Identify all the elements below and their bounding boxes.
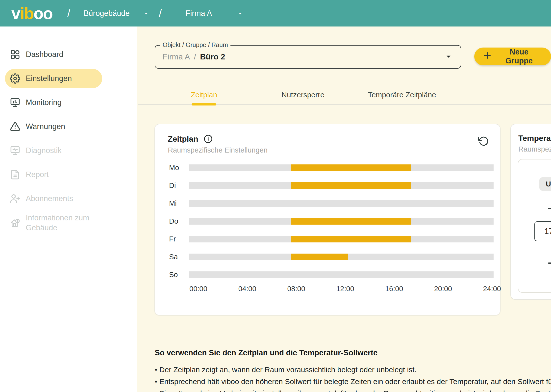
house-info-icon	[10, 218, 20, 228]
top-header: viboo / Bürogebäude / Firma A	[0, 0, 551, 26]
gear-icon	[10, 73, 20, 84]
sidebar: Dashboard Einstellungen Monitoring Warnu…	[0, 26, 137, 392]
day-label: So	[169, 271, 189, 279]
tab-temporaere-zeitplaene[interactable]: Temporäre Zeitpläne	[352, 85, 451, 104]
new-group-button[interactable]: Neue Gruppe	[474, 48, 551, 65]
selected-room: Büro 2	[200, 52, 225, 61]
axis-tick: 04:00	[238, 285, 256, 293]
schedule-row: Do	[169, 218, 494, 225]
help-bullet: • Entsprechend hält viboo den höheren So…	[155, 377, 551, 386]
schedule-row: Di	[169, 182, 494, 189]
breadcrumb-separator: /	[67, 7, 70, 19]
selector-value-separator: /	[194, 52, 196, 61]
schedule-card-subtitle: Raumspezifische Einstellungen	[168, 146, 268, 154]
occupancy-mode-chip[interactable]: Unb	[539, 177, 551, 191]
schedule-bar[interactable]	[189, 236, 494, 242]
schedule-bar[interactable]	[189, 200, 494, 207]
chevron-down-icon	[236, 9, 245, 18]
day-label: Fr	[169, 235, 189, 243]
logo-part-1: v	[11, 4, 20, 23]
logo-part-3: oo	[33, 4, 52, 23]
axis-tick: 00:00	[189, 285, 207, 293]
help-bullet: • Der Zeitplan zeigt an, wann der Raum v…	[155, 365, 551, 374]
sidebar-item-abonnements[interactable]: Abonnements	[5, 189, 102, 208]
schedule-rows: MoDiMiDoFrSaSo	[169, 164, 494, 289]
axis-tick: 12:00	[336, 285, 354, 293]
content-divider	[154, 335, 551, 335]
schedule-bar[interactable]	[189, 218, 494, 225]
tab-nutzersperre[interactable]: Nutzersperre	[253, 85, 352, 104]
sidebar-item-label: Abonnements	[26, 194, 73, 204]
tab-zeitplan[interactable]: Zeitplan	[154, 85, 253, 104]
room-selector-value: Firma A / Büro 2	[163, 52, 225, 61]
monitor-chart-icon	[10, 97, 20, 108]
warning-triangle-icon	[10, 121, 20, 132]
temperature-input[interactable]: 17	[534, 221, 551, 241]
axis-tick: 08:00	[287, 285, 305, 293]
occupied-segment	[291, 164, 411, 171]
room-selector-label: Objekt / Gruppe / Raum	[160, 41, 230, 49]
sidebar-item-label: Einstellungen	[26, 74, 72, 83]
tab-label: Temporäre Zeitpläne	[368, 91, 436, 99]
room-selector[interactable]: Objekt / Gruppe / Raum Firma A / Büro 2	[155, 45, 461, 69]
schedule-row: Mo	[169, 164, 494, 171]
schedule-bar[interactable]	[189, 164, 494, 171]
occupied-segment	[291, 182, 411, 189]
chevron-down-icon	[142, 9, 150, 18]
axis-tick: 20:00	[434, 285, 452, 293]
sidebar-item-label: Warnungen	[26, 122, 65, 131]
sidebar-item-informationen-zum-gebaeude[interactable]: Informationen zum Gebäude	[5, 213, 102, 233]
occupied-segment	[291, 218, 411, 225]
axis-tick: 24:00	[483, 285, 501, 293]
viboo-logo[interactable]: viboo	[11, 4, 52, 23]
help-section: So verwenden Sie den Zeitplan und die Te…	[155, 348, 551, 392]
new-group-button-label: Neue Gruppe	[496, 48, 542, 65]
info-icon[interactable]	[204, 134, 213, 144]
day-label: Do	[169, 217, 189, 225]
user-plus-icon	[10, 193, 20, 204]
schedule-row: Mi	[169, 200, 494, 207]
schedule-bar[interactable]	[189, 254, 494, 260]
breadcrumb-separator: /	[159, 7, 162, 19]
sidebar-nav: Dashboard Einstellungen Monitoring Warnu…	[0, 26, 137, 235]
minus-icon[interactable]	[548, 208, 551, 209]
occupied-segment	[291, 236, 411, 242]
schedule-bar[interactable]	[189, 271, 494, 278]
breadcrumb-building[interactable]: Bürogebäude	[84, 9, 150, 18]
breadcrumb-company-label: Firma A	[186, 9, 212, 18]
breadcrumb-building-label: Bürogebäude	[84, 9, 130, 18]
schedule-bar[interactable]	[189, 182, 494, 189]
breadcrumb-company[interactable]: Firma A	[186, 9, 245, 18]
tab-bar: Zeitplan Nutzersperre Temporäre Zeitplän…	[138, 85, 551, 105]
sidebar-item-dashboard[interactable]: Dashboard	[5, 45, 102, 64]
selected-group: Firma A	[163, 52, 190, 61]
document-icon	[10, 169, 20, 180]
sidebar-item-report[interactable]: Report	[5, 165, 102, 184]
main-content: Objekt / Gruppe / Raum Firma A / Büro 2 …	[138, 26, 551, 392]
sidebar-item-label: Dashboard	[26, 50, 63, 59]
app-root: viboo / Bürogebäude / Firma A Dashboard	[0, 0, 551, 392]
schedule-axis: 00:0004:0008:0012:0016:0020:0024:00	[189, 285, 501, 293]
sidebar-item-warnungen[interactable]: Warnungen	[5, 117, 102, 136]
schedule-card-header: Zeitplan	[168, 134, 213, 144]
plus-icon	[483, 51, 492, 62]
active-tab-indicator	[192, 103, 216, 105]
monitor-pulse-icon	[10, 145, 20, 156]
schedule-row: Fr	[169, 236, 494, 242]
dashboard-icon	[10, 49, 20, 60]
sidebar-item-diagnostik[interactable]: Diagnostik	[5, 141, 102, 160]
day-label: Sa	[169, 253, 189, 261]
help-bullet: • Sie müssen keine Vorheizzeit einstelle…	[155, 389, 551, 392]
sidebar-item-label: Monitoring	[26, 98, 62, 107]
sidebar-item-einstellungen[interactable]: Einstellungen	[5, 69, 102, 88]
schedule-row: So	[169, 271, 494, 278]
help-heading: So verwenden Sie den Zeitplan und die Te…	[155, 348, 551, 357]
sidebar-item-monitoring[interactable]: Monitoring	[5, 93, 102, 112]
day-label: Di	[169, 182, 189, 190]
dropdown-caret-icon	[444, 52, 453, 62]
occupied-segment	[291, 254, 348, 260]
logo-part-2: ib	[20, 4, 34, 23]
minus-icon[interactable]	[548, 262, 551, 264]
refresh-icon[interactable]	[478, 135, 490, 147]
schedule-card-title: Zeitplan	[168, 134, 198, 144]
